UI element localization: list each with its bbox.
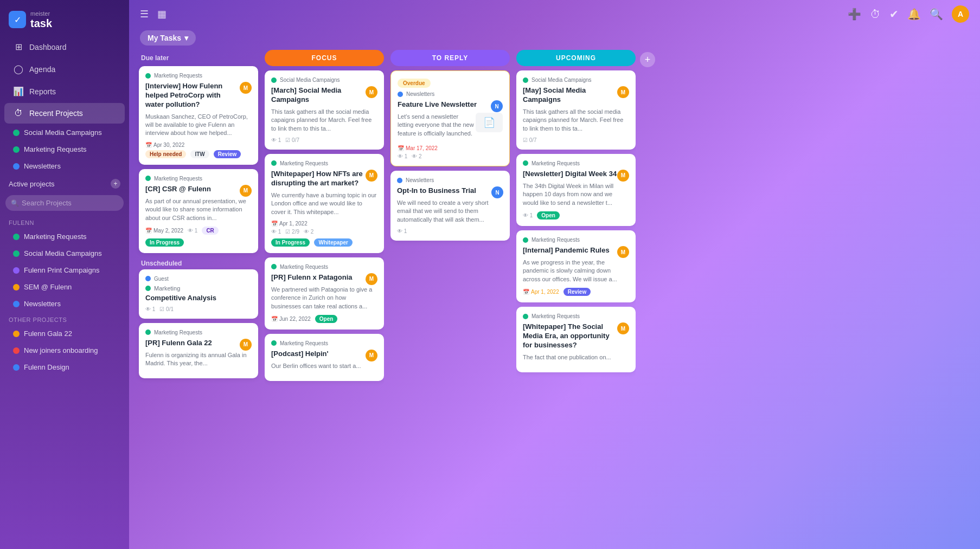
tag-inprogress: In Progress <box>145 238 184 247</box>
project-label: Marketing Requests <box>24 232 87 241</box>
table-row[interactable]: Social Media Campaigns [May] Social Medi… <box>516 70 636 150</box>
sidebar-item-dashboard[interactable]: ⊞ Dashboard <box>4 36 125 57</box>
table-row[interactable]: Marketing Requests [Whitepaper] The Soci… <box>516 307 636 372</box>
card-title: [Newsletter] Digital Week 34 <box>523 170 617 179</box>
table-row[interactable]: Marketing Requests [Podcast] Helpin' M O… <box>265 334 384 381</box>
columns-area: Due later Marketing Requests [Interview]… <box>129 50 980 549</box>
card-desc: We partnered with Patagonia to give a co… <box>271 286 377 311</box>
layout-icon[interactable]: ▦ <box>157 8 166 20</box>
avatar: M <box>240 82 252 94</box>
card-footer: 📅 May 2, 2022 👁 1 CR <box>145 227 252 235</box>
sidebar-project-marketing-req[interactable]: Marketing Requests <box>4 229 125 244</box>
my-tasks-button[interactable]: My Tasks ▾ <box>140 30 196 46</box>
toreply-header: TO REPLY <box>390 50 510 66</box>
card-project: Marketing Requests <box>523 313 629 319</box>
avatar[interactable]: A <box>952 5 969 23</box>
card-title: [May] Social Media Campaigns <box>523 86 617 105</box>
card-meta: 👁 1 <box>397 228 503 234</box>
add-project-button[interactable]: + <box>111 179 120 189</box>
sidebar-item-recent-projects[interactable]: ⏱ Recent Projects <box>4 103 125 124</box>
sidebar-project-sem[interactable]: SEM @ Fulenn <box>4 279 125 295</box>
my-tasks-label: My Tasks <box>148 34 181 42</box>
card-desc: This task gathers all the social media c… <box>523 108 629 133</box>
table-row[interactable]: Newsletters Opt-In to Business Trial N W… <box>390 171 510 241</box>
project-label: Fulenn Print Campaigns <box>24 266 99 274</box>
project-label: SEM @ Fulenn <box>24 283 72 291</box>
sidebar-project-newsletters[interactable]: Newsletters <box>4 158 125 174</box>
logo-area[interactable]: ✓ meistertask <box>0 0 129 36</box>
card-desc: As part of our annual presentation, we w… <box>145 197 252 222</box>
sidebar-project-social-campaigns[interactable]: Social Media Campaigns <box>4 246 125 261</box>
tag-review: Review <box>214 150 241 158</box>
card-project: Social Media Campaigns <box>271 77 377 83</box>
table-row[interactable]: Marketing Requests [Whitepaper] How NFTs… <box>265 154 384 253</box>
card-desc: We will need to create a very short emai… <box>397 199 503 224</box>
table-row[interactable]: Social Media Campaigns [March] Social Me… <box>265 70 384 150</box>
search-icon[interactable]: 🔍 <box>930 8 943 21</box>
table-row[interactable]: Guest Marketing Competitive Analysis 👁 1… <box>139 269 258 319</box>
add-column-button[interactable]: + <box>640 52 655 67</box>
reports-icon: 📊 <box>13 86 24 96</box>
card-date: 📅 Apr 1, 2022 <box>271 221 308 227</box>
card-desc: Our Berlin offices want to start a... <box>271 362 377 370</box>
table-row[interactable]: Marketing Requests [PR] Fulenn Gala 22 M… <box>139 323 258 379</box>
project-name: Marketing Requests <box>154 176 202 182</box>
timer-icon[interactable]: ⏱ <box>870 8 881 21</box>
project-dot <box>13 163 20 170</box>
add-task-icon[interactable]: ➕ <box>848 8 861 21</box>
project-dot <box>271 77 277 83</box>
project-name: Newsletters <box>406 177 434 183</box>
bell-icon[interactable]: 🔔 <box>907 8 921 21</box>
card-project: Marketing Requests <box>145 73 252 79</box>
card-title: [CR] CSR @ Fulenn <box>145 185 211 194</box>
project-dot <box>145 73 151 79</box>
search-projects-wrap: 🔍 <box>5 195 124 211</box>
sidebar-project-new-joiners[interactable]: New joiners onboarding <box>4 343 125 358</box>
tag-itw: ITW <box>190 150 209 158</box>
table-row[interactable]: Marketing Requests [CR] CSR @ Fulenn M A… <box>139 169 258 253</box>
fulenn-section-label: FULENN <box>0 215 129 228</box>
check-icon[interactable]: ✔ <box>889 8 899 21</box>
card-desc: The fact that one publication on... <box>523 353 629 361</box>
overdue-badge: Overdue <box>398 79 431 88</box>
toreply-cards: Overdue Newsletters Feature Live Newslet… <box>390 70 510 542</box>
sidebar-project-marketing[interactable]: Marketing Requests <box>4 141 125 157</box>
project-label: Social Media Campaigns <box>24 249 102 257</box>
sidebar-item-label: Reports <box>29 87 56 96</box>
table-row[interactable]: Overdue Newsletters Feature Live Newslet… <box>390 70 510 166</box>
table-row[interactable]: Marketing Requests [Newsletter] Digital … <box>516 154 636 226</box>
avatar: N <box>491 100 503 112</box>
card-meta: 👁 1 👁 2 <box>398 153 503 159</box>
table-row[interactable]: Marketing Requests [Internal] Pandemic R… <box>516 230 636 302</box>
unscheduled-label: Unscheduled <box>139 253 258 269</box>
table-row[interactable]: Marketing Requests [PR] Fulenn x Patagon… <box>265 257 384 330</box>
project-name: Marketing Requests <box>280 160 328 166</box>
hamburger-icon[interactable]: ☰ <box>140 8 149 20</box>
sidebar-project-design[interactable]: Fulenn Design <box>4 359 125 375</box>
project-dot <box>145 276 151 281</box>
sidebar-item-agenda[interactable]: ◯ Agenda <box>4 59 125 80</box>
active-projects-header[interactable]: Active projects + <box>0 175 129 191</box>
project-name: Social Media Campaigns <box>280 77 340 83</box>
sidebar-item-reports[interactable]: 📊 Reports <box>4 81 125 102</box>
attachment-preview: 📄 <box>476 113 503 132</box>
table-row[interactable]: Marketing Requests [Interview] How Fulen… <box>139 66 258 165</box>
card-title: [March] Social Media Campaigns <box>271 86 366 105</box>
avatar: M <box>240 185 252 197</box>
search-input[interactable] <box>5 195 124 211</box>
project-dot <box>271 160 277 166</box>
avatar: M <box>366 350 377 361</box>
sidebar-project-newsletters-f[interactable]: Newsletters <box>4 296 125 312</box>
tag-open: Open <box>537 211 560 219</box>
project-dot <box>523 237 528 243</box>
project-label: Fulenn Gala 22 <box>24 330 72 338</box>
tag-cr: CR <box>202 227 218 235</box>
sidebar-project-gala22[interactable]: Fulenn Gala 22 <box>4 326 125 341</box>
project-dot <box>13 364 20 371</box>
sidebar-project-social-media[interactable]: Social Media Campaigns <box>4 125 125 140</box>
avatar: M <box>617 322 629 334</box>
sidebar-project-print-campaigns[interactable]: Fulenn Print Campaigns <box>4 262 125 278</box>
project-dot <box>145 330 151 335</box>
card-title: [Whitepaper] The Social Media Era, an op… <box>523 322 617 350</box>
project-dot <box>523 160 528 166</box>
